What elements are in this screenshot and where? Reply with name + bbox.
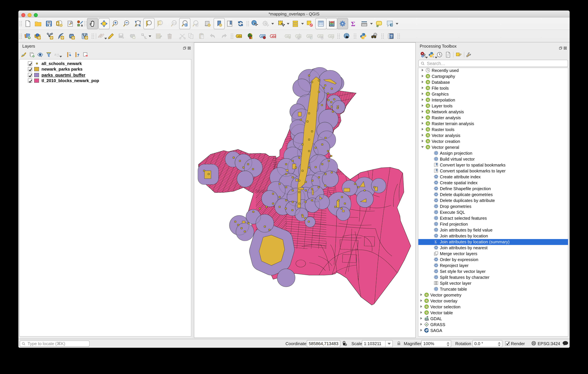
svg-text:1:1: 1:1: [173, 22, 176, 24]
svg-text:GDAL: GDAL: [424, 319, 429, 321]
svg-text:abc: abc: [297, 35, 301, 38]
svg-text:Σ: Σ: [434, 240, 437, 244]
svg-text:ε: ε: [55, 52, 56, 56]
svg-text:Σ: Σ: [351, 20, 355, 27]
svg-text:?: ?: [390, 34, 393, 39]
svg-text:abc: abc: [237, 35, 242, 38]
svg-text:abc: abc: [272, 35, 276, 38]
